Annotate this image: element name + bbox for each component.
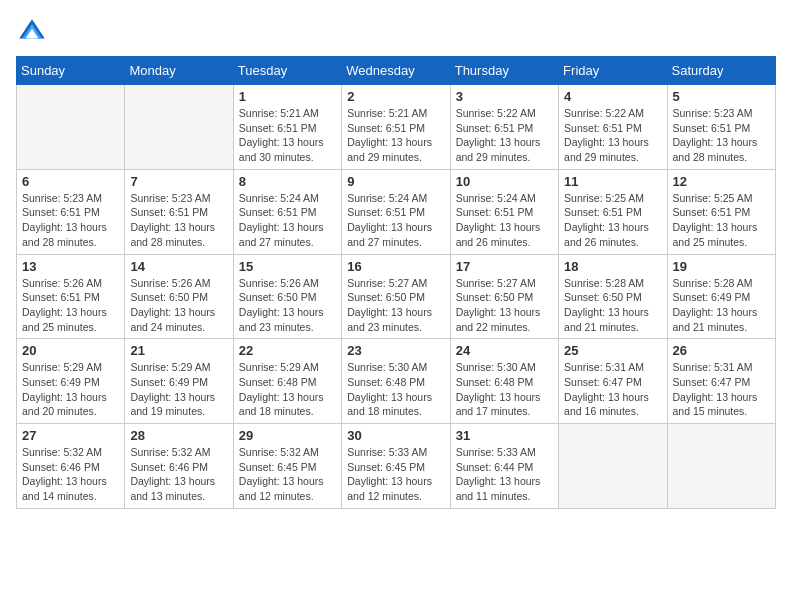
calendar-cell <box>125 85 233 170</box>
calendar-cell: 6Sunrise: 5:23 AM Sunset: 6:51 PM Daylig… <box>17 169 125 254</box>
calendar-cell: 11Sunrise: 5:25 AM Sunset: 6:51 PM Dayli… <box>559 169 667 254</box>
calendar-day-header: Wednesday <box>342 57 450 85</box>
day-number: 26 <box>673 343 770 358</box>
day-info: Sunrise: 5:29 AM Sunset: 6:48 PM Dayligh… <box>239 360 336 419</box>
day-info: Sunrise: 5:31 AM Sunset: 6:47 PM Dayligh… <box>673 360 770 419</box>
calendar-cell: 30Sunrise: 5:33 AM Sunset: 6:45 PM Dayli… <box>342 424 450 509</box>
calendar-cell: 10Sunrise: 5:24 AM Sunset: 6:51 PM Dayli… <box>450 169 558 254</box>
day-info: Sunrise: 5:33 AM Sunset: 6:45 PM Dayligh… <box>347 445 444 504</box>
calendar-cell: 31Sunrise: 5:33 AM Sunset: 6:44 PM Dayli… <box>450 424 558 509</box>
calendar-cell: 19Sunrise: 5:28 AM Sunset: 6:49 PM Dayli… <box>667 254 775 339</box>
calendar-cell <box>559 424 667 509</box>
calendar-cell: 16Sunrise: 5:27 AM Sunset: 6:50 PM Dayli… <box>342 254 450 339</box>
calendar-day-header: Saturday <box>667 57 775 85</box>
day-info: Sunrise: 5:28 AM Sunset: 6:49 PM Dayligh… <box>673 276 770 335</box>
day-info: Sunrise: 5:33 AM Sunset: 6:44 PM Dayligh… <box>456 445 553 504</box>
calendar-cell: 5Sunrise: 5:23 AM Sunset: 6:51 PM Daylig… <box>667 85 775 170</box>
day-info: Sunrise: 5:32 AM Sunset: 6:46 PM Dayligh… <box>130 445 227 504</box>
calendar-cell: 21Sunrise: 5:29 AM Sunset: 6:49 PM Dayli… <box>125 339 233 424</box>
day-number: 2 <box>347 89 444 104</box>
calendar-cell: 8Sunrise: 5:24 AM Sunset: 6:51 PM Daylig… <box>233 169 341 254</box>
page-header <box>16 16 776 48</box>
day-info: Sunrise: 5:28 AM Sunset: 6:50 PM Dayligh… <box>564 276 661 335</box>
day-info: Sunrise: 5:24 AM Sunset: 6:51 PM Dayligh… <box>239 191 336 250</box>
calendar-cell: 12Sunrise: 5:25 AM Sunset: 6:51 PM Dayli… <box>667 169 775 254</box>
calendar-cell: 22Sunrise: 5:29 AM Sunset: 6:48 PM Dayli… <box>233 339 341 424</box>
calendar-table: SundayMondayTuesdayWednesdayThursdayFrid… <box>16 56 776 509</box>
day-number: 27 <box>22 428 119 443</box>
day-number: 19 <box>673 259 770 274</box>
calendar-header-row: SundayMondayTuesdayWednesdayThursdayFrid… <box>17 57 776 85</box>
calendar-day-header: Monday <box>125 57 233 85</box>
day-number: 10 <box>456 174 553 189</box>
calendar-day-header: Thursday <box>450 57 558 85</box>
day-info: Sunrise: 5:23 AM Sunset: 6:51 PM Dayligh… <box>673 106 770 165</box>
day-number: 21 <box>130 343 227 358</box>
calendar-cell: 25Sunrise: 5:31 AM Sunset: 6:47 PM Dayli… <box>559 339 667 424</box>
day-info: Sunrise: 5:31 AM Sunset: 6:47 PM Dayligh… <box>564 360 661 419</box>
day-number: 3 <box>456 89 553 104</box>
day-info: Sunrise: 5:23 AM Sunset: 6:51 PM Dayligh… <box>22 191 119 250</box>
calendar-cell: 26Sunrise: 5:31 AM Sunset: 6:47 PM Dayli… <box>667 339 775 424</box>
day-info: Sunrise: 5:26 AM Sunset: 6:50 PM Dayligh… <box>130 276 227 335</box>
day-info: Sunrise: 5:30 AM Sunset: 6:48 PM Dayligh… <box>456 360 553 419</box>
day-info: Sunrise: 5:30 AM Sunset: 6:48 PM Dayligh… <box>347 360 444 419</box>
calendar-cell: 3Sunrise: 5:22 AM Sunset: 6:51 PM Daylig… <box>450 85 558 170</box>
day-number: 11 <box>564 174 661 189</box>
calendar-cell: 2Sunrise: 5:21 AM Sunset: 6:51 PM Daylig… <box>342 85 450 170</box>
day-info: Sunrise: 5:22 AM Sunset: 6:51 PM Dayligh… <box>564 106 661 165</box>
day-number: 31 <box>456 428 553 443</box>
calendar-cell <box>667 424 775 509</box>
calendar-week-row: 6Sunrise: 5:23 AM Sunset: 6:51 PM Daylig… <box>17 169 776 254</box>
day-number: 23 <box>347 343 444 358</box>
day-info: Sunrise: 5:24 AM Sunset: 6:51 PM Dayligh… <box>347 191 444 250</box>
day-number: 20 <box>22 343 119 358</box>
day-number: 4 <box>564 89 661 104</box>
day-info: Sunrise: 5:26 AM Sunset: 6:50 PM Dayligh… <box>239 276 336 335</box>
calendar-cell <box>17 85 125 170</box>
day-number: 18 <box>564 259 661 274</box>
day-info: Sunrise: 5:27 AM Sunset: 6:50 PM Dayligh… <box>347 276 444 335</box>
day-info: Sunrise: 5:29 AM Sunset: 6:49 PM Dayligh… <box>130 360 227 419</box>
day-number: 22 <box>239 343 336 358</box>
calendar-cell: 24Sunrise: 5:30 AM Sunset: 6:48 PM Dayli… <box>450 339 558 424</box>
calendar-cell: 20Sunrise: 5:29 AM Sunset: 6:49 PM Dayli… <box>17 339 125 424</box>
day-info: Sunrise: 5:24 AM Sunset: 6:51 PM Dayligh… <box>456 191 553 250</box>
day-number: 6 <box>22 174 119 189</box>
calendar-cell: 29Sunrise: 5:32 AM Sunset: 6:45 PM Dayli… <box>233 424 341 509</box>
day-info: Sunrise: 5:26 AM Sunset: 6:51 PM Dayligh… <box>22 276 119 335</box>
day-info: Sunrise: 5:29 AM Sunset: 6:49 PM Dayligh… <box>22 360 119 419</box>
day-info: Sunrise: 5:22 AM Sunset: 6:51 PM Dayligh… <box>456 106 553 165</box>
day-info: Sunrise: 5:23 AM Sunset: 6:51 PM Dayligh… <box>130 191 227 250</box>
calendar-cell: 17Sunrise: 5:27 AM Sunset: 6:50 PM Dayli… <box>450 254 558 339</box>
day-number: 5 <box>673 89 770 104</box>
calendar-week-row: 27Sunrise: 5:32 AM Sunset: 6:46 PM Dayli… <box>17 424 776 509</box>
logo-icon <box>16 16 48 48</box>
calendar-cell: 7Sunrise: 5:23 AM Sunset: 6:51 PM Daylig… <box>125 169 233 254</box>
calendar-week-row: 1Sunrise: 5:21 AM Sunset: 6:51 PM Daylig… <box>17 85 776 170</box>
day-info: Sunrise: 5:21 AM Sunset: 6:51 PM Dayligh… <box>239 106 336 165</box>
day-number: 8 <box>239 174 336 189</box>
calendar-cell: 14Sunrise: 5:26 AM Sunset: 6:50 PM Dayli… <box>125 254 233 339</box>
calendar-day-header: Sunday <box>17 57 125 85</box>
calendar-cell: 9Sunrise: 5:24 AM Sunset: 6:51 PM Daylig… <box>342 169 450 254</box>
day-number: 1 <box>239 89 336 104</box>
day-number: 13 <box>22 259 119 274</box>
calendar-day-header: Tuesday <box>233 57 341 85</box>
day-number: 14 <box>130 259 227 274</box>
day-number: 9 <box>347 174 444 189</box>
calendar-cell: 13Sunrise: 5:26 AM Sunset: 6:51 PM Dayli… <box>17 254 125 339</box>
day-number: 17 <box>456 259 553 274</box>
day-number: 12 <box>673 174 770 189</box>
calendar-week-row: 20Sunrise: 5:29 AM Sunset: 6:49 PM Dayli… <box>17 339 776 424</box>
day-number: 30 <box>347 428 444 443</box>
day-number: 28 <box>130 428 227 443</box>
day-info: Sunrise: 5:21 AM Sunset: 6:51 PM Dayligh… <box>347 106 444 165</box>
day-number: 24 <box>456 343 553 358</box>
day-info: Sunrise: 5:32 AM Sunset: 6:45 PM Dayligh… <box>239 445 336 504</box>
day-info: Sunrise: 5:25 AM Sunset: 6:51 PM Dayligh… <box>564 191 661 250</box>
calendar-cell: 4Sunrise: 5:22 AM Sunset: 6:51 PM Daylig… <box>559 85 667 170</box>
day-number: 25 <box>564 343 661 358</box>
day-info: Sunrise: 5:25 AM Sunset: 6:51 PM Dayligh… <box>673 191 770 250</box>
day-info: Sunrise: 5:32 AM Sunset: 6:46 PM Dayligh… <box>22 445 119 504</box>
